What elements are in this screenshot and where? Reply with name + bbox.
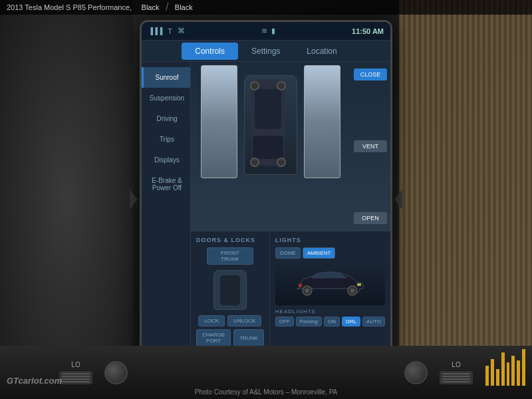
open-sunroof-button[interactable]: OPEN [354, 212, 387, 224]
left-vent-label: LO [71, 361, 80, 368]
car-side-view [275, 262, 385, 305]
svg-point-6 [277, 82, 285, 90]
left-seat [0, 0, 133, 399]
dome-ambient-buttons: DOME AMBIENT [275, 247, 385, 259]
tab-settings[interactable]: Settings [238, 43, 293, 60]
topbar-t-icon: T [168, 27, 172, 35]
yellow-strip-5 [507, 362, 510, 386]
bottom-sections: DOORS & LOCKS FRONT TRUNK LOCK UNLOCK [191, 231, 390, 364]
sunroof-panel-left [201, 65, 237, 178]
left-triangle-decoration [130, 190, 138, 209]
svg-rect-1 [255, 89, 281, 129]
svg-point-4 [277, 158, 285, 166]
wood-panel [399, 0, 532, 399]
yellow-strip-4 [501, 352, 505, 386]
svg-rect-2 [253, 136, 283, 159]
dome-button[interactable]: DOME [275, 247, 301, 259]
vent-sunroof-button[interactable]: VENT [354, 140, 387, 152]
color-2: Black [175, 3, 193, 11]
nav-sunroof[interactable]: Sunroof [142, 67, 190, 88]
svg-point-3 [251, 158, 259, 166]
topbar-icons: ≋ ▮ [261, 27, 275, 35]
page-title: 2013 Tesla Model S P85 Performance, [7, 3, 132, 11]
sunroof-visual [191, 62, 350, 231]
right-knob[interactable] [404, 361, 428, 384]
svg-point-8 [305, 289, 309, 293]
right-triangle-decoration [394, 190, 402, 209]
screen-nav: Sunroof Suspension Driving Trips Display… [142, 62, 191, 364]
topbar-signal: ▐▐▐ [148, 27, 162, 35]
sunroof-controls: CLOSE VENT OPEN [350, 62, 390, 231]
car-roof-svg [245, 76, 291, 169]
left-knob-area [104, 361, 128, 384]
svg-rect-12 [299, 284, 302, 287]
topbar-left: ▐▐▐ T ⌘ [148, 27, 185, 35]
car-top-view [213, 270, 247, 310]
lights-on-button[interactable]: ON [324, 317, 340, 327]
close-sunroof-button[interactable]: CLOSE [354, 68, 387, 80]
tab-controls[interactable]: Controls [182, 43, 238, 60]
sunroof-car-topview [244, 75, 297, 175]
topbar-battery-icon: ▮ [271, 27, 275, 35]
door-icon-area [196, 270, 264, 310]
sunroof-panel-right [304, 65, 340, 178]
drl-button[interactable]: DRL [342, 317, 360, 327]
tesla-touchscreen: ▐▐▐ T ⌘ ≋ ▮ 11:50 AM Controls Settings L… [140, 20, 392, 366]
parking-button[interactable]: Parking [296, 317, 322, 327]
screen-topbar: ▐▐▐ T ⌘ ≋ ▮ 11:50 AM [142, 22, 390, 41]
svg-point-5 [251, 82, 259, 90]
svg-point-10 [350, 289, 354, 293]
nav-suspension[interactable]: Suspension [142, 88, 190, 108]
left-knob[interactable] [104, 361, 128, 384]
charge-port-button[interactable]: CHARGE PORT [196, 329, 231, 346]
headlight-mode-buttons: OFF Parking ON DRL AUTO [275, 317, 385, 327]
lock-unlock-buttons: LOCK UNLOCK [196, 315, 264, 327]
title-separator [135, 1, 138, 13]
trunk-buttons: CHARGE PORT TRUNK [196, 329, 264, 346]
topbar-wifi-icon: ≋ [261, 27, 267, 35]
yellow-strip-8 [522, 349, 525, 386]
lock-button[interactable]: LOCK [198, 315, 225, 327]
lights-section: LIGHTS DOME AMBIENT [270, 231, 390, 364]
trunk-button[interactable]: TRUNK [233, 329, 264, 346]
unlock-button[interactable]: UNLOCK [227, 315, 261, 327]
yellow-strip-6 [511, 356, 515, 386]
yellow-strips-decoration [485, 346, 525, 386]
doors-section-title: DOORS & LOCKS [196, 237, 264, 243]
door-buttons: FRONT TRUNK LOCK UNLOCK CHARGE PORT [196, 247, 264, 346]
svg-rect-11 [357, 283, 361, 286]
topbar-time: 11:50 AM [352, 27, 384, 35]
right-vent-group: LO [440, 361, 473, 384]
car-silhouette-svg [293, 265, 366, 302]
car-top-inner [220, 275, 240, 305]
yellow-strip-1 [485, 366, 489, 386]
screen-body: Sunroof Suspension Driving Trips Display… [142, 62, 390, 364]
yellow-strip-3 [496, 369, 499, 386]
yellow-strip-2 [491, 359, 494, 386]
watermark: GTcarlot.com [7, 376, 62, 386]
screen-tabs: Controls Settings Location [142, 41, 390, 62]
ambient-button[interactable]: AMBIENT [303, 247, 336, 259]
front-trunk-button[interactable]: FRONT TRUNK [207, 247, 253, 265]
nav-ebrake[interactable]: E-Brake & Power Off [142, 170, 190, 198]
doors-locks-section: DOORS & LOCKS FRONT TRUNK LOCK UNLOCK [191, 231, 270, 364]
nav-driving[interactable]: Driving [142, 108, 190, 129]
sunroof-area: CLOSE VENT OPEN [191, 62, 390, 231]
page-title-bar: 2013 Tesla Model S P85 Performance, Blac… [0, 0, 532, 15]
screen-main: CLOSE VENT OPEN DOORS & LOCKS FRONT TRUN… [191, 62, 390, 364]
nav-trips[interactable]: Trips [142, 129, 190, 150]
right-knob-area [404, 361, 428, 384]
auto-button[interactable]: AUTO [362, 317, 385, 327]
nav-displays[interactable]: Displays [142, 150, 190, 170]
headlights-label: HEADLIGHTS [275, 309, 385, 315]
lights-off-button[interactable]: OFF [275, 317, 294, 327]
right-vent-label: LO [452, 361, 460, 368]
left-vent [59, 371, 92, 384]
photo-credit: Photo Courtesy of A&L Motors – Monroevil… [0, 388, 532, 396]
color-1: Black [142, 3, 160, 11]
left-vent-group: LO [59, 361, 92, 384]
right-vent [440, 371, 473, 384]
tab-location[interactable]: Location [293, 43, 350, 60]
color-sep: / [163, 1, 172, 13]
topbar-bluetooth-icon: ⌘ [178, 27, 185, 35]
